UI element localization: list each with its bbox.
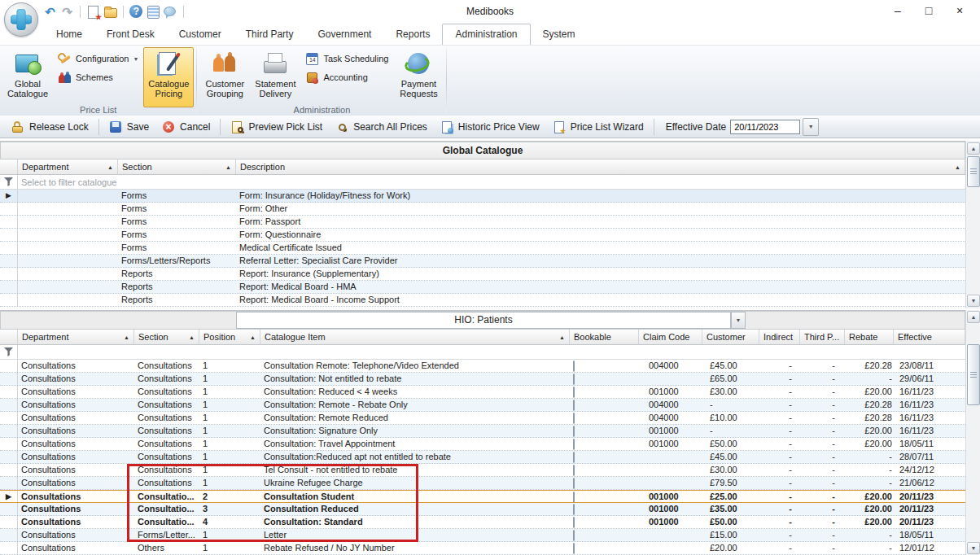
bookable-checkbox[interactable] — [573, 478, 575, 489]
ribbon-button-global-catalogue[interactable]: Global Catalogue — [2, 47, 53, 107]
table-row[interactable]: ReportsReport: Medical Board - Income Su… — [0, 294, 965, 307]
ribbon-button-accounting[interactable]: Accounting — [303, 70, 391, 85]
table-row[interactable]: ConsultationsConsultations1Consultation:… — [0, 425, 965, 438]
ribbon-button-statement-delivery[interactable]: Statement Delivery — [250, 47, 300, 107]
tab-administration[interactable]: Administration — [442, 24, 530, 45]
toolbar-button-cancel[interactable]: Cancel — [155, 118, 217, 136]
toolbar-button-historic-price-view[interactable]: Historic Price View — [434, 118, 546, 136]
table-row[interactable]: ConsultationsConsultatio...3Consultation… — [0, 503, 965, 516]
table-row[interactable]: ConsultationsForms/Letter...1Letter£15.0… — [0, 529, 965, 542]
column-header-section[interactable]: Section▲ — [118, 160, 236, 174]
table-row[interactable]: ConsultationsConsultatio...4Consultation… — [0, 516, 965, 529]
toolbar-button-release-lock[interactable]: Release Lock — [5, 118, 95, 136]
column-header-department[interactable]: Department▲ — [18, 160, 118, 174]
toolbar-button-price-list-wizard[interactable]: Price List Wizard — [546, 118, 650, 136]
catalogue-filter-input[interactable]: Select to filter catalogue — [18, 177, 965, 187]
column-header-indirect[interactable]: Indirect — [759, 330, 800, 344]
column-header-rebate[interactable]: Rebate — [845, 330, 894, 344]
ribbon-button-schemes[interactable]: Schemes — [55, 70, 141, 85]
bookable-checkbox[interactable] — [573, 504, 575, 515]
table-row[interactable]: ConsultationsConsultations1Consultation … — [0, 360, 965, 373]
bookable-checkbox[interactable] — [573, 492, 575, 502]
table-row[interactable]: ConsultationsConsultations1Consultation:… — [0, 399, 965, 412]
scroll-up-icon[interactable]: ▲ — [967, 142, 980, 155]
global-catalogue-filter-row[interactable]: Select to filter catalogue — [0, 175, 965, 190]
column-header-department[interactable]: Department▲ — [18, 330, 134, 344]
table-row[interactable]: FormsMedical Certificate Issued — [0, 242, 965, 255]
ribbon-button-configuration[interactable]: Configuration▼ — [55, 51, 141, 66]
ribbon-button-task-scheduling[interactable]: Task Scheduling — [303, 51, 391, 66]
scrollbar-thumb[interactable] — [967, 344, 980, 405]
column-header-description[interactable]: Description▲ — [236, 160, 965, 174]
bookable-checkbox[interactable] — [573, 465, 575, 476]
bookable-checkbox[interactable] — [573, 426, 575, 437]
price-list-scrollbar[interactable]: ▲ ▼ — [965, 310, 980, 555]
table-row[interactable]: ConsultationsConsultations1Consultation:… — [0, 451, 965, 464]
bookable-checkbox[interactable] — [573, 543, 575, 554]
column-header-third-p[interactable]: Third P... — [800, 330, 845, 344]
maximize-button[interactable]: □ — [913, 0, 944, 22]
bookable-checkbox[interactable] — [573, 452, 575, 463]
undo-icon[interactable]: ↶ — [42, 4, 58, 20]
bookable-checkbox[interactable] — [573, 413, 575, 424]
bookable-checkbox[interactable] — [573, 530, 575, 541]
list-icon[interactable] — [146, 4, 161, 20]
price-list-selector[interactable]: HIO: Patients — [236, 312, 731, 329]
table-row[interactable]: ConsultationsConsultations1Consultation:… — [0, 438, 965, 451]
tab-system[interactable]: System — [531, 24, 588, 45]
bookable-checkbox[interactable] — [573, 361, 575, 372]
table-row[interactable]: ReportsReport: Insurance (Supplementary) — [0, 268, 965, 281]
table-row[interactable]: Forms/Letters/ReportsReferral Letter: Sp… — [0, 255, 965, 268]
column-header-customer[interactable]: Customer — [702, 330, 759, 344]
bookable-checkbox[interactable] — [573, 374, 575, 385]
column-header-position[interactable]: Position▲ — [199, 330, 260, 344]
folder-icon[interactable] — [103, 4, 118, 20]
effective-date-dropdown[interactable]: ▼ — [803, 118, 819, 136]
table-row[interactable]: ConsultationsConsultations1Ukraine Refug… — [0, 477, 965, 490]
minimize-button[interactable]: – — [882, 0, 913, 22]
close-button[interactable]: × — [944, 0, 975, 22]
chat-icon[interactable] — [163, 4, 178, 20]
column-header-bookable[interactable]: Bookable — [570, 330, 639, 344]
table-row[interactable]: ▶FormsForm: Insurance (Holiday/Fitness f… — [0, 190, 965, 203]
table-row[interactable]: FormsForm: Passport — [0, 216, 965, 229]
catalogue-scrollbar[interactable]: ▲ ▼ — [965, 141, 980, 308]
price-list-selector-dropdown-icon[interactable]: ▼ — [731, 312, 746, 329]
table-row[interactable]: FormsForm: Other — [0, 203, 965, 216]
column-header-catalogue-item[interactable]: Catalogue Item▲ — [260, 330, 570, 344]
ribbon-button-payment-requests[interactable]: Payment Requests — [393, 47, 444, 107]
ribbon-button-catalogue-pricing[interactable]: Catalogue Pricing — [143, 47, 194, 107]
price-list-filter-row[interactable] — [0, 345, 965, 360]
toolbar-button-preview-pick-list[interactable]: Preview Pick List — [224, 118, 329, 136]
tab-front-desk[interactable]: Front Desk — [94, 24, 167, 45]
table-row[interactable]: ConsultationsConsultations1Consultation:… — [0, 386, 965, 399]
scrollbar-thumb[interactable] — [967, 156, 980, 187]
tab-customer[interactable]: Customer — [167, 24, 234, 45]
column-header-section[interactable]: Section▲ — [134, 330, 199, 344]
bookable-checkbox[interactable] — [573, 517, 575, 528]
toolbar-button-search-all-prices[interactable]: Search All Prices — [329, 118, 434, 136]
table-row[interactable]: ConsultationsConsultations1Consultation:… — [0, 373, 965, 386]
column-header-effective[interactable]: Effective — [894, 330, 965, 344]
toolbar-button-save[interactable]: Save — [103, 118, 155, 136]
tab-third-party[interactable]: Third Party — [234, 24, 306, 45]
scroll-up-icon[interactable]: ▲ — [967, 311, 980, 323]
bookable-checkbox[interactable] — [573, 400, 575, 411]
bookable-checkbox[interactable] — [573, 387, 575, 398]
table-row[interactable]: ReportsReport: Medical Board - HMA — [0, 281, 965, 294]
ribbon-button-customer-grouping[interactable]: Customer Grouping — [199, 47, 250, 107]
column-header-claim-code[interactable]: Claim Code — [639, 330, 702, 344]
redo-icon[interactable]: ↷ — [59, 4, 75, 20]
preview-icon[interactable] — [85, 4, 101, 20]
help-icon[interactable] — [129, 4, 144, 20]
tab-reports[interactable]: Reports — [383, 24, 442, 45]
scroll-down-icon[interactable]: ▼ — [967, 295, 980, 307]
table-row[interactable]: ConsultationsOthers1Rebate Refused / No … — [0, 542, 965, 555]
tab-home[interactable]: Home — [44, 24, 94, 45]
bookable-checkbox[interactable] — [573, 439, 575, 450]
application-menu-button[interactable] — [4, 2, 38, 37]
table-row[interactable]: FormsForm: Questionnaire — [0, 229, 965, 242]
table-row[interactable]: ▶ConsultationsConsultatio...2Consultatio… — [0, 490, 965, 503]
scroll-down-icon[interactable]: ▼ — [967, 542, 980, 554]
table-row[interactable]: ConsultationsConsultations1Tel Consult -… — [0, 464, 965, 477]
